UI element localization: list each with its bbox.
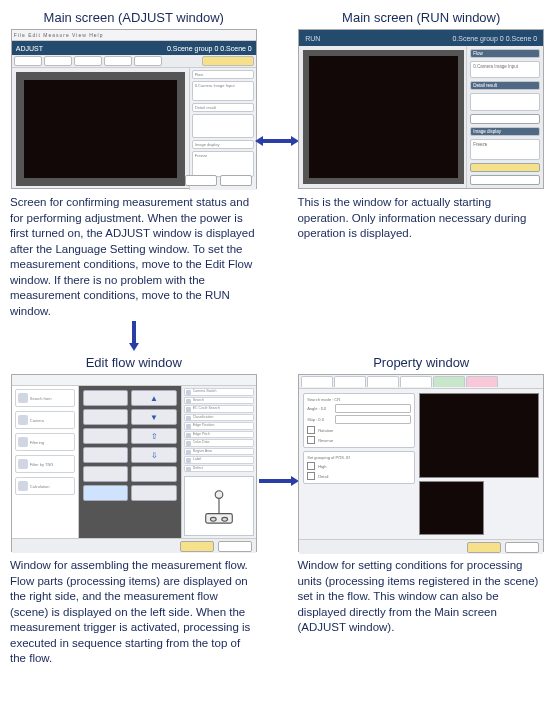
flow-capture-button[interactable]	[180, 541, 214, 552]
property-section: Property window Search mode : CR Angle :…	[297, 355, 545, 667]
flow-title: Edit flow window	[86, 355, 182, 370]
flow-thumbnail: Search from Camera Filtering Filter by T…	[11, 374, 257, 552]
adjust-desc: Screen for confirming measurement status…	[10, 195, 258, 319]
adjust-header-right: 0.Scene group 0 0.Scene 0	[167, 45, 252, 52]
arrow-right-icon	[259, 474, 295, 488]
property-thumbnail: Search mode : CR Angle : 0.0 Skip : 0.0 …	[298, 374, 544, 552]
reverse-checkbox[interactable]: Reverse	[307, 436, 411, 444]
svg-point-2	[210, 518, 216, 522]
adjust-toolbar	[12, 55, 256, 68]
run-thumbnail: RUN 0.Scene group 0 0.Scene 0 Flow 0.Cam…	[298, 29, 544, 189]
arrow-down-icon	[127, 321, 141, 347]
run-side-panel: Flow 0.Camera Image Input Detail result …	[466, 46, 543, 188]
svg-point-3	[222, 518, 228, 522]
property-desc: Window for setting conditions for proces…	[297, 558, 545, 636]
flow-center-canvas: ▲ ▼ ⇧ ⇩	[79, 386, 181, 538]
run-canvas	[303, 50, 464, 184]
property-ok-button[interactable]	[467, 542, 501, 553]
flow-right-panel: Camera Switch Search EC Circle Search Cl…	[181, 386, 256, 538]
flow-left-panel: Search from Camera Filtering Filter by T…	[12, 386, 79, 538]
angle-input[interactable]	[335, 404, 411, 413]
run-header-right: 0.Scene group 0 0.Scene 0	[452, 35, 537, 42]
adjust-side-panel: Flow 0.Camera Image Input Detail result …	[189, 68, 256, 190]
run-capture-button[interactable]	[470, 175, 540, 185]
adjust-canvas	[16, 72, 185, 186]
detail-checkbox[interactable]: Detail	[307, 472, 411, 480]
property-preview	[419, 389, 543, 539]
select-image-button[interactable]	[470, 114, 540, 124]
skip-input[interactable]	[335, 415, 411, 424]
flow-desc: Window for assembling the measurement fl…	[10, 558, 258, 667]
arrow-down-icon: ⇩	[131, 447, 177, 463]
flow-editoff-button[interactable]	[218, 541, 252, 552]
property-title: Property window	[373, 355, 469, 370]
property-form: Search mode : CR Angle : 0.0 Skip : 0.0 …	[299, 389, 419, 539]
arrow-up-icon: ⇧	[131, 428, 177, 444]
flow-section: Edit flow window Search from Camera Filt…	[10, 355, 258, 667]
adjust-menubar: File Edit Measure View Help	[12, 30, 256, 41]
svg-rect-0	[205, 514, 232, 524]
switch-adjust-button[interactable]	[470, 163, 540, 173]
property-editoff-button[interactable]	[505, 542, 539, 553]
arrow-up-icon: ▲	[131, 390, 177, 406]
high-checkbox[interactable]: High	[307, 462, 411, 470]
run-header-left: RUN	[305, 35, 320, 42]
adjust-title: Main screen (ADJUST window)	[44, 10, 224, 25]
svg-point-1	[215, 491, 223, 499]
rotation-checkbox[interactable]: Rotation	[307, 426, 411, 434]
adjust-section: Main screen (ADJUST window) File Edit Me…	[10, 10, 258, 351]
adjust-header-left: ADJUST	[16, 45, 43, 52]
adjust-thumbnail: File Edit Measure View Help ADJUST 0.Sce…	[11, 29, 257, 189]
flow-preview-icon	[184, 476, 254, 536]
run-section: Main screen (RUN window) RUN 0.Scene gro…	[297, 10, 545, 351]
adjust-footer	[185, 175, 252, 186]
arrow-bidirectional-icon	[259, 134, 295, 148]
arrow-down-icon: ▼	[131, 409, 177, 425]
property-tabs	[299, 375, 543, 389]
run-desc: This is the window for actually starting…	[297, 195, 545, 242]
run-title: Main screen (RUN window)	[342, 10, 500, 25]
